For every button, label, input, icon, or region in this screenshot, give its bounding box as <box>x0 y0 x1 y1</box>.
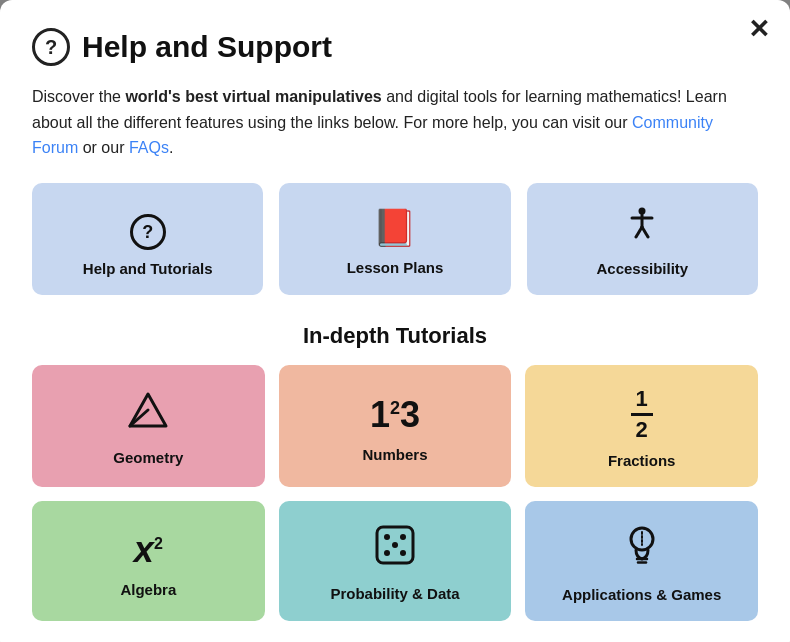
card-probability[interactable]: Probability & Data <box>279 501 512 621</box>
svg-point-8 <box>384 534 390 540</box>
svg-point-9 <box>392 542 398 548</box>
fractions-icon: 1 2 <box>631 387 653 442</box>
card-lesson-plans-label: Lesson Plans <box>347 259 444 276</box>
question-circle-icon: ? <box>130 205 166 251</box>
svg-point-11 <box>384 550 390 556</box>
svg-point-10 <box>400 534 406 540</box>
card-algebra[interactable]: x2 Algebra <box>32 501 265 621</box>
svg-line-4 <box>642 227 648 237</box>
help-support-modal: ✕ ? Help and Support Discover the world'… <box>0 0 790 642</box>
card-fractions[interactable]: 1 2 Fractions <box>525 365 758 487</box>
modal-header: ? Help and Support <box>32 28 758 66</box>
geometry-icon <box>126 390 170 439</box>
close-button[interactable]: ✕ <box>748 16 770 42</box>
book-icon: 📕 <box>372 207 417 249</box>
section-title: In-depth Tutorials <box>32 323 758 349</box>
help-icon-circle: ? <box>32 28 70 66</box>
probability-icon <box>374 524 416 575</box>
tutorials-grid: Geometry 123 Numbers 1 2 Fractions x2 Al… <box>32 365 758 621</box>
card-help-tutorials-label: Help and Tutorials <box>83 260 213 277</box>
games-icon <box>622 523 662 576</box>
card-games[interactable]: Applications & Games <box>525 501 758 621</box>
card-algebra-label: Algebra <box>120 581 176 598</box>
faqs-link[interactable]: FAQs <box>129 139 169 156</box>
algebra-icon: x2 <box>134 529 163 571</box>
card-accessibility[interactable]: Accessibility <box>527 183 758 296</box>
modal-description: Discover the world's best virtual manipu… <box>32 84 758 161</box>
svg-point-12 <box>400 550 406 556</box>
svg-line-3 <box>636 227 642 237</box>
accessibility-icon <box>624 205 660 250</box>
card-numbers[interactable]: 123 Numbers <box>279 365 512 487</box>
card-probability-label: Probability & Data <box>330 585 459 602</box>
card-numbers-label: Numbers <box>362 446 427 463</box>
card-geometry-label: Geometry <box>113 449 183 466</box>
numbers-icon: 123 <box>370 394 420 436</box>
card-help-tutorials[interactable]: ? Help and Tutorials <box>32 183 263 296</box>
card-lesson-plans[interactable]: 📕 Lesson Plans <box>279 183 510 296</box>
card-games-label: Applications & Games <box>562 586 721 603</box>
card-accessibility-label: Accessibility <box>596 260 688 277</box>
top-cards-row: ? Help and Tutorials 📕 Lesson Plans Acce… <box>32 183 758 296</box>
card-geometry[interactable]: Geometry <box>32 365 265 487</box>
card-fractions-label: Fractions <box>608 452 676 469</box>
modal-title: Help and Support <box>82 30 332 64</box>
